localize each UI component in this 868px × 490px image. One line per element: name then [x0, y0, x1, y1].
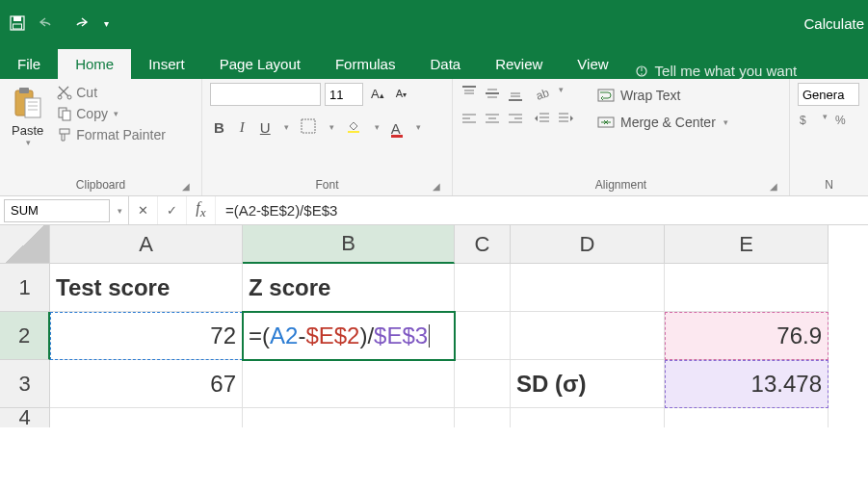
underline-button[interactable]: U: [256, 117, 275, 138]
orientation-icon[interactable]: ab: [534, 85, 551, 105]
align-bottom-icon[interactable]: [507, 85, 524, 105]
cell-e4[interactable]: [665, 408, 829, 427]
align-center-icon[interactable]: [484, 111, 501, 131]
wrap-text-button[interactable]: Wrap Text: [593, 85, 732, 106]
cell-d1[interactable]: [511, 264, 665, 312]
tab-formulas[interactable]: Formulas: [318, 49, 413, 79]
cell-b3[interactable]: [243, 360, 455, 408]
cell-d3[interactable]: SD (σ): [511, 360, 665, 408]
column-header-b[interactable]: B: [243, 225, 455, 264]
column-header-e[interactable]: E: [665, 225, 829, 264]
redo-icon[interactable]: [71, 15, 91, 31]
row-header-4[interactable]: 4: [0, 408, 50, 427]
tab-page-layout[interactable]: Page Layout: [202, 49, 318, 79]
text-caret: [429, 324, 430, 348]
formula-input[interactable]: =(A2-$E$2)/$E$3: [216, 196, 868, 224]
cell-c1[interactable]: [455, 264, 511, 312]
cell-b4[interactable]: [243, 408, 455, 427]
undo-icon[interactable]: [39, 15, 58, 31]
accounting-format-icon[interactable]: $: [798, 112, 815, 132]
cell-d2[interactable]: [511, 312, 665, 360]
font-size-select[interactable]: [325, 83, 363, 106]
cell-d4[interactable]: [511, 408, 665, 427]
cell-c2[interactable]: [455, 312, 511, 360]
bold-button[interactable]: B: [210, 117, 228, 138]
save-icon[interactable]: [10, 15, 25, 31]
align-middle-icon[interactable]: [484, 85, 501, 105]
svg-rect-44: [598, 90, 614, 101]
font-color-button[interactable]: A: [387, 116, 407, 139]
cancel-formula-button[interactable]: ✕: [129, 196, 158, 224]
copy-button[interactable]: Copy ▾: [53, 104, 170, 123]
decrease-font-icon[interactable]: A▾: [392, 86, 410, 101]
tab-home[interactable]: Home: [58, 49, 131, 79]
number-format-select[interactable]: [798, 83, 859, 106]
dialog-launcher-icon[interactable]: ◢: [770, 181, 777, 192]
cell-c4[interactable]: [455, 408, 511, 427]
insert-function-button[interactable]: fx: [187, 196, 216, 224]
paste-button[interactable]: Paste ▾: [8, 83, 47, 151]
italic-button[interactable]: I: [236, 117, 249, 138]
paste-label: Paste: [12, 123, 43, 138]
align-left-icon[interactable]: [460, 111, 478, 131]
cut-button[interactable]: Cut: [53, 83, 170, 102]
percent-format-icon[interactable]: %: [833, 112, 851, 132]
group-label-number: N: [798, 178, 860, 195]
tab-data[interactable]: Data: [412, 49, 478, 79]
accept-formula-button[interactable]: ✓: [158, 196, 187, 224]
column-header-d[interactable]: D: [511, 225, 665, 264]
decrease-indent-icon[interactable]: [534, 111, 551, 131]
merge-center-button[interactable]: Merge & Center ▾: [593, 112, 732, 133]
tab-view[interactable]: View: [560, 49, 625, 79]
scissors-icon: [57, 85, 72, 100]
cell-a2[interactable]: 72: [50, 312, 243, 360]
qat-dropdown-icon[interactable]: ▾: [104, 18, 109, 29]
svg-rect-15: [63, 111, 70, 120]
format-painter-button[interactable]: Format Painter: [53, 125, 170, 144]
copy-icon: [57, 106, 72, 121]
row-header-3[interactable]: 3: [0, 360, 50, 408]
cell-e3[interactable]: 13.478: [665, 360, 829, 408]
svg-rect-7: [19, 88, 29, 93]
select-all-corner[interactable]: [0, 225, 50, 264]
cell-e1[interactable]: [665, 264, 829, 312]
group-font: A▴ A▾ B I U▾ ▾ ▾ A▾ Font ◢: [202, 79, 453, 195]
row-header-1[interactable]: 1: [0, 264, 50, 312]
tab-file[interactable]: File: [0, 49, 58, 79]
name-box[interactable]: [4, 199, 110, 222]
border-icon: [301, 118, 316, 134]
cell-b2[interactable]: =(A2-$E$2)/$E$3: [243, 312, 455, 360]
dialog-launcher-icon[interactable]: ◢: [182, 181, 190, 192]
column-header-c[interactable]: C: [455, 225, 511, 264]
tell-me-search[interactable]: Tell me what you want: [634, 63, 798, 79]
cell-a3[interactable]: 67: [50, 360, 243, 408]
dialog-launcher-icon[interactable]: ◢: [433, 181, 440, 192]
align-right-icon[interactable]: [507, 111, 524, 131]
group-label-font: Font ◢: [210, 178, 444, 195]
cell-b1[interactable]: Z score: [243, 264, 455, 312]
cell-a1[interactable]: Test score: [50, 264, 243, 312]
cell-a4[interactable]: [50, 408, 243, 427]
bucket-icon: [346, 118, 361, 134]
column-header-a[interactable]: A: [50, 225, 243, 264]
row-header-2[interactable]: 2: [0, 312, 50, 360]
fill-color-button[interactable]: [342, 116, 365, 139]
svg-point-13: [67, 95, 71, 99]
paintbrush-icon: [57, 127, 72, 142]
chevron-down-icon[interactable]: ▾: [118, 206, 122, 216]
borders-button[interactable]: [297, 116, 320, 139]
svg-rect-17: [302, 119, 315, 133]
font-name-select[interactable]: [210, 83, 321, 106]
tab-review[interactable]: Review: [478, 49, 560, 79]
tab-insert[interactable]: Insert: [131, 49, 202, 79]
cell-e2[interactable]: 76.9: [665, 312, 829, 360]
increase-font-icon[interactable]: A▴: [367, 85, 388, 103]
group-clipboard: Paste ▾ Cut Copy ▾ Format Painter: [0, 79, 202, 195]
align-top-icon[interactable]: [460, 85, 478, 105]
group-label-alignment: Alignment ◢: [460, 178, 781, 195]
spreadsheet-grid: A B C D E 1 Test score Z score 2 72 =(A2…: [0, 225, 868, 427]
tell-me-label: Tell me what you want: [655, 63, 798, 79]
cell-c3[interactable]: [455, 360, 511, 408]
increase-indent-icon[interactable]: [557, 111, 574, 131]
svg-rect-2: [13, 24, 22, 29]
